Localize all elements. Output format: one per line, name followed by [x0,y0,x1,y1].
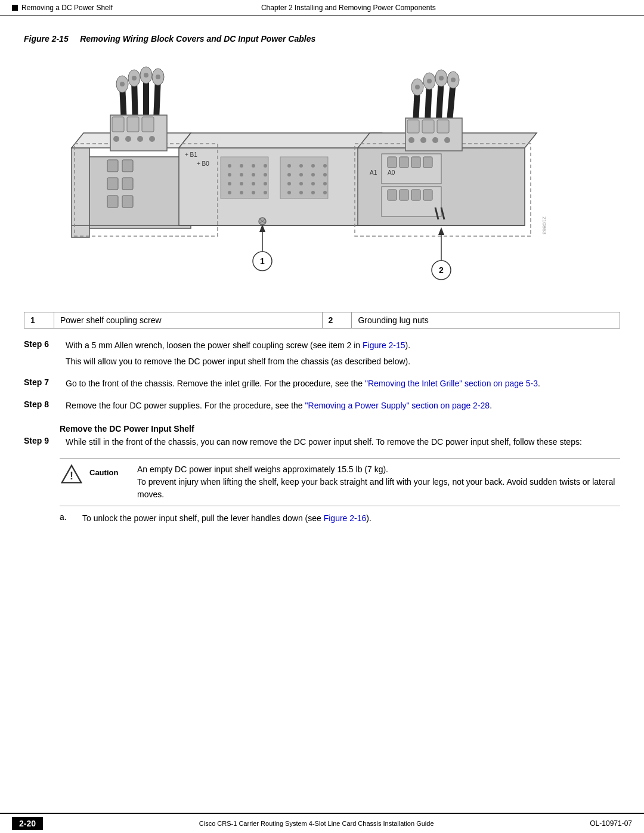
page-header: Removing a DC Power Shelf Chapter 2 Inst… [0,0,644,16]
page-number: 2-20 [12,817,43,830]
svg-rect-48 [423,190,432,200]
svg-point-12 [264,173,267,176]
svg-rect-51 [107,178,118,190]
svg-point-9 [228,173,231,176]
step-7: Step 7 Go to the front of the chassis. R… [24,377,620,394]
svg-point-100 [444,137,450,143]
caution-box: ! Caution An empty DC power input shelf … [60,458,620,506]
svg-point-98 [420,137,426,143]
table-row: 1 Power shelf coupling screw 2 Grounding… [24,312,620,329]
svg-point-23 [299,164,303,168]
step-6-text: With a 5 mm Allen wrench, loosen the pow… [66,339,620,352]
step-9: Step 9 While still in the front of the c… [24,436,620,452]
figure-caption: Figure 2-15 Removing Wiring Block Covers… [24,34,620,44]
svg-point-5 [228,164,231,168]
caution-line2: To prevent injury when lifting the shelf… [137,476,620,501]
inlet-grille-link[interactable]: "Removing the Inlet Grille" section on p… [365,379,538,388]
svg-rect-21 [280,157,328,199]
svg-point-30 [287,182,291,185]
svg-rect-45 [388,190,397,200]
svg-point-15 [252,182,255,185]
svg-point-71 [144,73,148,78]
svg-text:+ B0: + B0 [197,160,209,167]
svg-point-24 [311,164,315,168]
svg-rect-49 [107,160,118,172]
power-supply-link[interactable]: "Removing a Power Supply" section on pag… [305,401,490,410]
step-8-label: Step 8 [24,400,60,416]
svg-rect-46 [400,190,408,200]
footer-doc-id: OL-10971-07 [590,819,632,828]
step-6: Step 6 With a 5 mm Allen wrench, loosen … [24,339,620,371]
svg-point-27 [299,173,303,176]
svg-point-8 [264,164,267,168]
part-label-1: Power shelf coupling screw [54,312,322,329]
diagram-svg: + B1 + B0 A1 A0 1 2 210863 [24,49,620,300]
step-6-subtext: This will allow you to remove the DC pow… [66,355,620,368]
svg-rect-94 [407,120,419,133]
svg-marker-56 [179,133,382,148]
caution-text: An empty DC power input shelf weighs app… [137,463,620,501]
svg-text:+ B1: + B1 [185,151,197,158]
caution-triangle-icon: ! [61,463,82,485]
svg-rect-3 [179,148,370,225]
svg-point-91 [439,76,444,80]
svg-point-20 [264,191,267,194]
svg-point-10 [240,173,243,176]
svg-point-33 [323,182,327,185]
part-num-1: 1 [24,312,54,329]
main-content: Figure 2-15 Removing Wiring Block Covers… [0,16,644,577]
caution-label: Caution [89,463,131,477]
remove-dc-shelf-heading: Remove the DC Power Input Shelf [60,424,620,433]
svg-point-92 [451,78,456,82]
svg-point-69 [120,82,125,86]
sub-step-a: a. To unlock the power input shelf, pull… [60,512,620,525]
svg-rect-96 [437,120,449,133]
header-chapter: Chapter 2 Installing and Removing Power … [261,4,436,12]
step-8-text: Remove the four DC power supplies. For t… [66,400,620,412]
svg-point-22 [287,164,291,168]
step-6-content: With a 5 mm Allen wrench, loosen the pow… [66,339,620,371]
step-9-content: While still in the front of the chassis,… [66,436,620,452]
svg-point-70 [132,76,137,80]
svg-rect-43 [411,157,420,168]
svg-point-72 [156,75,160,79]
svg-point-13 [228,182,231,185]
step-7-label: Step 7 [24,377,60,394]
svg-rect-47 [411,190,420,200]
svg-rect-75 [127,117,139,132]
svg-point-37 [323,191,327,194]
svg-rect-76 [142,117,154,132]
svg-point-79 [137,136,143,142]
svg-point-29 [323,173,327,176]
sub-step-a-content: To unlock the power input shelf, pull th… [82,512,371,525]
step-9-text: While still in the front of the chassis,… [66,436,620,448]
svg-text:2: 2 [439,265,444,275]
figure-title: Removing Wiring Block Covers and DC Inpu… [80,34,315,44]
svg-rect-50 [122,160,133,172]
diagram-container: + B1 + B0 A1 A0 1 2 210863 [24,49,620,300]
step-8-content: Remove the four DC power supplies. For t… [66,400,620,416]
caution-line1: An empty DC power input shelf weighs app… [137,463,620,476]
svg-point-7 [252,164,255,168]
figure-2-16-link[interactable]: Figure 2-16 [324,513,367,523]
svg-point-26 [287,173,291,176]
svg-point-25 [323,164,327,168]
svg-text:210863: 210863 [541,216,547,234]
svg-point-80 [149,136,155,142]
footer-document-title: Cisco CRS-1 Carrier Routing System 4-Slo… [199,820,434,827]
step-9-label: Step 9 [24,436,60,452]
svg-point-36 [311,191,315,194]
svg-rect-95 [422,120,434,133]
svg-point-32 [311,182,315,185]
svg-rect-52 [122,178,133,190]
figure-2-15-link[interactable]: Figure 2-15 [363,340,405,350]
svg-point-18 [240,191,243,194]
svg-text:1: 1 [260,256,265,266]
step-6-label: Step 6 [24,339,60,371]
svg-rect-4 [221,157,268,199]
svg-point-97 [408,137,414,143]
header-section-label: Removing a DC Power Shelf [21,4,113,12]
svg-rect-42 [400,157,408,168]
figure-number: Figure 2-15 [24,34,69,44]
svg-point-17 [228,191,231,194]
